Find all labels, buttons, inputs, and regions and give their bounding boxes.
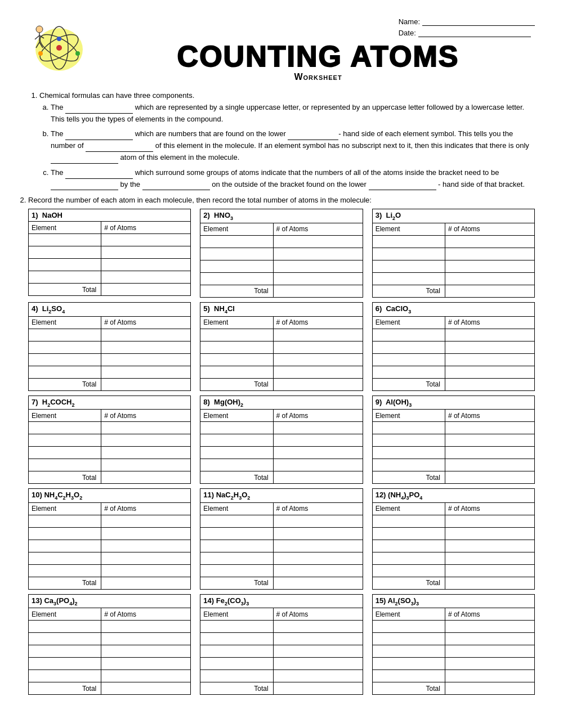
col-element: Element [29, 222, 101, 234]
cell [372, 235, 445, 248]
molecule-7-wrapper: 7) H2COCH2 Element# of Atoms Total [28, 396, 191, 484]
cell [101, 670, 191, 682]
date-label: Date: [399, 29, 416, 37]
svg-point-5 [57, 37, 61, 41]
cell [445, 527, 534, 540]
cell [372, 434, 445, 447]
molecule-5-wrapper: 5) NH4Cl Element# of Atoms Total [200, 302, 363, 391]
name-line: Name: [399, 17, 535, 26]
molecule-14-table: Element# of Atoms Total [200, 608, 363, 695]
total-value [101, 471, 191, 484]
cell [29, 447, 101, 459]
cell [273, 447, 363, 459]
cell [273, 645, 363, 658]
molecule-9-title: 9) Al(OH)3 [372, 396, 535, 410]
cell [445, 645, 534, 658]
tables-row-3: 7) H2COCH2 Element# of Atoms Total 8) Mg… [28, 396, 535, 484]
cell [372, 272, 445, 285]
cell [29, 234, 101, 246]
blank-c1[interactable] [65, 171, 133, 179]
cell [445, 272, 534, 285]
cell [101, 552, 191, 564]
molecule-13-table: Element# of Atoms Total [28, 608, 191, 695]
blank-c4[interactable] [369, 182, 436, 190]
molecule-4-wrapper: 4) Li2SO4 Element# of Atoms Total [28, 302, 191, 391]
cell [29, 670, 101, 682]
cell [101, 621, 191, 633]
molecule-2-wrapper: 2) HNO3 Element# of Atoms Total [200, 209, 363, 298]
cell [200, 633, 273, 645]
cell [445, 540, 534, 552]
blank-c3[interactable] [142, 182, 210, 190]
total-value [101, 378, 191, 390]
molecule-6-wrapper: 6) CaClO3 Element# of Atoms Total [372, 302, 535, 391]
total-value [273, 471, 363, 484]
header-right: Name: Date: COUNTING ATOMS Worksheet [96, 17, 535, 82]
cell [445, 434, 534, 447]
molecule-9-table: Element# of Atoms Total [372, 409, 535, 484]
cell [29, 422, 101, 434]
col-element: Element [200, 223, 273, 235]
total-label: Total [29, 577, 101, 589]
molecule-10-wrapper: 10) NH4C2H3O2 Element# of Atoms Total [28, 488, 191, 590]
col-element: Element [372, 410, 445, 422]
molecule-8-wrapper: 8) Mg(OH)2 Element# of Atoms Total [200, 396, 363, 484]
blank-a1[interactable] [65, 106, 133, 114]
cell [372, 645, 445, 658]
cell [445, 248, 534, 260]
cell [372, 341, 445, 353]
cell [29, 515, 101, 527]
title-block: COUNTING ATOMS Worksheet [101, 42, 535, 82]
total-value [101, 682, 191, 695]
molecule-15-wrapper: 15) Al2(SO3)3 Element# of Atoms Total [372, 594, 535, 695]
the-label-b: The [51, 129, 63, 138]
total-label: Total [200, 285, 273, 297]
blank-c2[interactable] [51, 182, 118, 190]
cell [372, 459, 445, 471]
name-field[interactable] [422, 17, 535, 26]
cell [200, 447, 273, 459]
col-element: Element [29, 608, 101, 621]
cell [29, 564, 101, 577]
col-atoms: # of Atoms [445, 410, 534, 422]
blank-b2[interactable] [288, 132, 338, 140]
total-label: Total [29, 471, 101, 484]
cell [101, 353, 191, 366]
cell [200, 540, 273, 552]
blank-b4[interactable] [51, 156, 118, 164]
molecule-1-wrapper: 1) NaOH Element# of Atoms Total [28, 209, 191, 298]
col-atoms: # of Atoms [101, 502, 191, 515]
cell [101, 633, 191, 645]
total-label: Total [200, 577, 273, 589]
total-label: Total [372, 682, 445, 695]
cell [200, 272, 273, 285]
molecule-12-wrapper: 12) (NH4)3PO4 Element# of Atoms Total [372, 488, 535, 590]
blank-b3[interactable] [86, 144, 153, 152]
cell [273, 670, 363, 682]
cell [29, 366, 101, 378]
cell [273, 260, 363, 272]
molecule-10-table: Element# of Atoms Total [28, 502, 191, 590]
cell [200, 621, 273, 633]
cell [200, 459, 273, 471]
cell [273, 459, 363, 471]
cell [29, 540, 101, 552]
col-atoms: # of Atoms [273, 502, 363, 515]
cell [200, 645, 273, 658]
cell [445, 329, 534, 341]
molecule-7-title: 7) H2COCH2 [28, 396, 191, 410]
molecule-4-title: 4) Li2SO4 [28, 302, 191, 316]
cell [101, 540, 191, 552]
name-date-area: Name: Date: [399, 17, 535, 39]
total-value [445, 471, 534, 484]
col-element: Element [200, 502, 273, 515]
blank-b1[interactable] [65, 132, 133, 140]
total-label: Total [372, 285, 445, 297]
cell [29, 552, 101, 564]
cell [273, 341, 363, 353]
cell [445, 621, 534, 633]
cell [29, 341, 101, 353]
molecule-5-table: Element# of Atoms Total [200, 316, 363, 391]
molecule-1-title: 1) NaOH [28, 209, 191, 221]
date-field[interactable] [418, 28, 531, 37]
